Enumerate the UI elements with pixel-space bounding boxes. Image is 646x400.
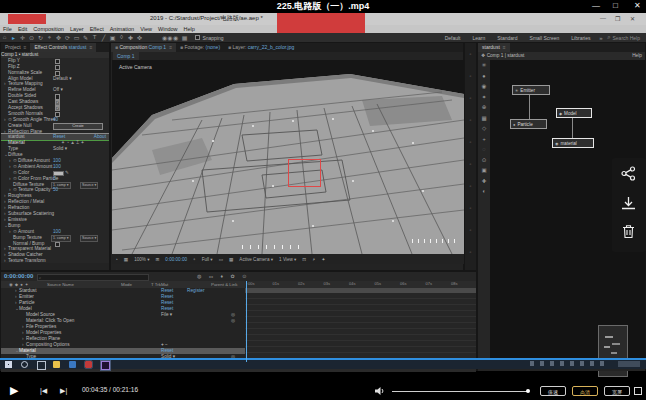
workspace-small-screen[interactable]: Small Screen: [530, 35, 560, 41]
ae-maximize-button[interactable]: ❐: [615, 15, 620, 22]
start-button[interactable]: [5, 361, 12, 368]
download-icon[interactable]: [621, 196, 636, 211]
workspace-people-icon[interactable]: ◉◉: [162, 34, 171, 41]
menu-help[interactable]: Help: [184, 26, 195, 32]
play-button[interactable]: ▶: [10, 384, 18, 397]
snapshot-icon[interactable]: ⌖: [193, 257, 196, 262]
workspace-libraries[interactable]: Libraries: [571, 35, 590, 41]
viewer-tab-carry-22-b-color-jpg[interactable]: ■ Layer: carry_22_b_color.jpg: [224, 43, 298, 52]
home-tool-icon[interactable]: ⌂: [0, 34, 9, 41]
col-mode[interactable]: Mode: [121, 282, 132, 287]
trash-icon[interactable]: [621, 224, 636, 239]
col-source-name[interactable]: Source Name: [47, 282, 74, 287]
orbit-tool-icon[interactable]: ↻: [36, 34, 45, 41]
node-type-icon-12[interactable]: ◐: [478, 186, 490, 197]
collapsed-panels-strip[interactable]: ▫▫▫▫▫▫▫▫▫▫: [464, 42, 477, 271]
menu-composition[interactable]: Composition: [33, 26, 64, 32]
node-type-icon-6[interactable]: ◇: [478, 123, 490, 134]
menu-window[interactable]: Window: [158, 26, 178, 32]
menu-layer[interactable]: Layer: [70, 26, 84, 32]
volume-slider-knob[interactable]: [526, 389, 530, 393]
roto-tool-icon[interactable]: ✚: [126, 34, 135, 41]
node-type-icon-1[interactable]: ●: [478, 71, 490, 82]
pen-tool-icon[interactable]: ✎: [81, 34, 90, 41]
help-link[interactable]: Help: [632, 53, 642, 58]
quality-button[interactable]: 高清: [572, 386, 598, 396]
eraser-tool-icon[interactable]: ◊: [117, 34, 126, 41]
timeline-view-toggles[interactable]: ◍ ⚏ ♦ ✿ ⊙: [197, 273, 249, 279]
fullscreen-button[interactable]: [634, 387, 642, 395]
current-time[interactable]: 0:00:00:00: [4, 273, 33, 279]
viewport[interactable]: Active Camera: [112, 60, 464, 254]
workspace-default[interactable]: Default: [445, 35, 461, 41]
task-view-icon[interactable]: [37, 361, 46, 370]
node-type-icon-11[interactable]: ✚: [478, 176, 490, 187]
node-particle[interactable]: ●Particle: [510, 119, 547, 129]
workspace-overflow-icon[interactable]: »: [596, 35, 605, 41]
zoom-level[interactable]: 100% ▾: [134, 257, 149, 262]
track-lanes[interactable]: [245, 293, 476, 362]
taskbar-search-icon[interactable]: [21, 361, 28, 368]
workspace-learn[interactable]: Learn: [472, 35, 485, 41]
viewer-tab--none-[interactable]: ■ Footage: (none): [176, 43, 224, 52]
file-explorer-icon[interactable]: [53, 361, 60, 368]
volume-slider[interactable]: [392, 391, 528, 392]
menu-view[interactable]: View: [140, 26, 152, 32]
grid-icon[interactable]: ▦: [124, 257, 128, 262]
player-maximize-button[interactable]: □: [613, 0, 618, 12]
fast-preview-icon[interactable]: ⚡: [312, 257, 315, 262]
resolution-select[interactable]: Full ▾: [202, 257, 213, 262]
node-type-icon-2[interactable]: ◉: [478, 81, 490, 92]
node-type-icon-9[interactable]: ⊙: [478, 155, 490, 166]
menu-file[interactable]: File: [3, 26, 12, 32]
speed-button[interactable]: 倍速: [540, 386, 566, 396]
camera-select[interactable]: Active Camera ▾: [239, 257, 273, 262]
ae-minimize-button[interactable]: —: [600, 15, 606, 21]
pan-tool-icon[interactable]: ✥: [54, 34, 63, 41]
menu-effect[interactable]: Effect: [90, 26, 104, 32]
node-type-icon-3[interactable]: ✦: [478, 92, 490, 103]
camera-tool-icon[interactable]: ⌖: [45, 34, 54, 41]
node-type-icon-0[interactable]: ✳: [478, 60, 490, 71]
node-type-icon-8[interactable]: ◌: [478, 144, 490, 155]
viewer-time[interactable]: 0:00:00:00: [165, 257, 187, 262]
hand-icon[interactable]: ◔: [115, 257, 118, 262]
stamp-tool-icon[interactable]: ▣: [108, 34, 117, 41]
help-search[interactable]: ⌕ Search Help: [605, 34, 640, 41]
col-parent[interactable]: Parent & Link: [211, 282, 237, 287]
col-trkmat[interactable]: T TrkMat: [151, 282, 168, 287]
node-emitter[interactable]: ✳Emitter: [512, 85, 550, 95]
viewer-tab-comp-1[interactable]: ■ Composition Comp 1≡: [111, 43, 176, 52]
node-type-icon-5[interactable]: ▦: [478, 113, 490, 124]
after-effects-taskbar-icon[interactable]: [101, 361, 110, 370]
taskbar-app-red-icon[interactable]: [85, 361, 92, 368]
node-model[interactable]: ◆Model: [556, 108, 592, 118]
timeline-ruler[interactable]: :00s01s02s03s04s05s06s07s08s: [245, 281, 476, 288]
node-type-icon-7[interactable]: +: [478, 134, 490, 145]
node-material[interactable]: ◉material: [552, 138, 594, 148]
node-type-icon-4[interactable]: ⊕: [478, 102, 490, 113]
playhead[interactable]: [246, 281, 247, 362]
snapping-checkbox[interactable]: [195, 35, 200, 40]
exposure-icon[interactable]: ✦: [321, 257, 325, 262]
workspace-standard[interactable]: Standard: [497, 35, 517, 41]
guides-icon[interactable]: ⊞: [155, 257, 159, 262]
node-type-icon-10[interactable]: ▣: [478, 165, 490, 176]
volume-icon[interactable]: [375, 386, 385, 396]
timeline-search[interactable]: ⌕: [37, 274, 149, 282]
transparency-icon[interactable]: ▩: [229, 257, 233, 262]
selection-tool-icon[interactable]: ▸: [9, 34, 18, 41]
menu-edit[interactable]: Edit: [18, 26, 27, 32]
widescreen-button[interactable]: 宽屏: [604, 386, 630, 396]
puppet-tool-icon[interactable]: ✜: [135, 34, 144, 41]
tab-stardust[interactable]: stardust≡: [478, 43, 510, 52]
next-button[interactable]: ▶|: [60, 387, 67, 395]
tab-project[interactable]: Project≡: [1, 43, 30, 52]
workspace-person-icon[interactable]: ◉: [171, 34, 180, 41]
view-layout-select[interactable]: 1 View ▾: [279, 257, 296, 262]
zoom-tool-icon[interactable]: ⊙: [27, 34, 36, 41]
roi-icon[interactable]: ▭: [219, 257, 223, 262]
hand-tool-icon[interactable]: ✛: [18, 34, 27, 41]
ae-close-button[interactable]: ✕: [630, 15, 635, 22]
brush-tool-icon[interactable]: ╱: [99, 34, 108, 41]
